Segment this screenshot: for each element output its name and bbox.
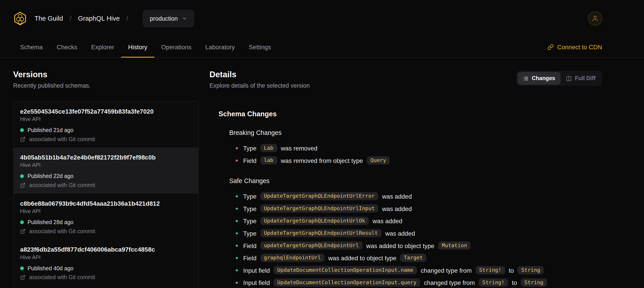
user-avatar-button[interactable] — [588, 12, 602, 26]
code-chip: UpdateTargetGraphQLEndpointUrlError — [260, 192, 378, 201]
version-published-row: Published 21d ago — [20, 127, 192, 133]
connect-to-cdn-link[interactable]: Connect to CDN — [548, 37, 602, 57]
target-selector-dropdown[interactable]: production — [143, 10, 194, 27]
change-text: Type — [243, 193, 256, 200]
code-chip: String — [521, 278, 547, 287]
change-section-title: Safe Changes — [229, 177, 602, 185]
bullet-dot-icon — [236, 220, 238, 222]
code-chip: String! — [479, 278, 508, 287]
breadcrumb-separator: / — [70, 15, 71, 22]
change-text: Field — [243, 157, 256, 164]
change-row: Input fieldUpdateDocumentCollectionOpera… — [229, 276, 602, 288]
change-row: TypeLabwas removed — [229, 142, 602, 154]
version-git-commit: associated with Git commit — [29, 228, 95, 234]
version-git-row[interactable]: associated with Git commit — [20, 182, 192, 188]
full-diff-view-button[interactable]: Full Diff — [560, 72, 601, 85]
target-selector-value: production — [150, 15, 178, 22]
version-hash: c8b6e88a06793b9c4dfd54aaa21b36a1b421d812 — [20, 200, 192, 207]
version-git-commit: associated with Git commit — [29, 136, 95, 142]
tab-laboratory[interactable]: Laboratory — [198, 37, 242, 57]
change-text: Input field — [243, 279, 270, 286]
chevron-down-icon — [182, 16, 186, 21]
change-row: Input fieldUpdateDocumentCollectionOpera… — [229, 264, 602, 276]
list-icon — [523, 75, 528, 81]
details-subtitle: Explore details of the selected version — [210, 82, 310, 89]
code-chip: lab — [260, 156, 277, 165]
version-git-commit: associated with Git commit — [29, 182, 95, 188]
external-link-icon — [20, 275, 26, 280]
change-text: changed type from — [420, 267, 472, 274]
version-published: Published 21d ago — [28, 127, 73, 133]
change-row: Fieldlabwas removed from object typeQuer… — [229, 154, 602, 167]
code-chip: UpdateDocumentCollectionOperationInput.q… — [274, 278, 420, 287]
details-title: Details — [210, 70, 310, 79]
tab-settings[interactable]: Settings — [242, 37, 278, 57]
version-list-item[interactable]: c8b6e88a06793b9c4dfd54aaa21b36a1b421d812… — [14, 194, 198, 240]
change-row: FieldgraphqlEndpointUrlwas added to obje… — [229, 252, 602, 264]
version-hash: a823f6db2a55df877dcf406006abca97fcc4858c — [20, 246, 192, 253]
version-list-item[interactable]: a823f6db2a55df877dcf406006abca97fcc4858c… — [14, 240, 198, 286]
tab-history[interactable]: History — [121, 37, 154, 57]
change-text: was added — [382, 205, 412, 212]
bullet-dot-icon — [236, 232, 238, 234]
change-section-title: Breaking Changes — [229, 129, 602, 136]
version-hash: 4b05ab51b1b4a7e2e4b0ef82172f2b9f7ef98c0b — [20, 154, 192, 161]
details-panel: Details Explore details of the selected … — [210, 58, 602, 288]
bullet-dot-icon — [236, 147, 238, 149]
version-published-row: Published 28d ago — [20, 219, 192, 225]
code-chip: Lab — [260, 144, 277, 152]
bullet-dot-icon — [236, 207, 238, 209]
changes-view-button[interactable]: Changes — [518, 72, 561, 85]
versions-title: Versions — [13, 70, 199, 79]
changes-view-label: Changes — [532, 75, 555, 81]
app-header: The Guild / GraphQL Hive / production — [0, 0, 644, 37]
change-text: Type — [243, 217, 256, 224]
view-toggle-group: Changes Full Diff — [516, 71, 602, 86]
code-chip: String — [518, 266, 544, 274]
code-chip: graphqlEndpointUrl — [260, 254, 324, 262]
main-nav: Schema Checks Explorer History Operation… — [0, 37, 644, 58]
hive-logo-icon[interactable] — [13, 12, 27, 26]
change-text: was added — [385, 230, 415, 237]
tab-checks[interactable]: Checks — [50, 37, 84, 57]
change-row: FieldupdateTargetGraphQLEndpointUrlwas a… — [229, 239, 602, 252]
version-list-item[interactable]: 4b05ab51b1b4a7e2e4b0ef82172f2b9f7ef98c0b… — [14, 148, 198, 194]
change-text: was removed — [281, 144, 317, 152]
link-icon — [548, 44, 554, 50]
code-chip: Query — [367, 156, 390, 165]
bullet-dot-icon — [236, 281, 238, 283]
tab-schema[interactable]: Schema — [13, 37, 50, 57]
versions-panel: Versions Recently published schemas. e2e… — [13, 58, 199, 288]
version-git-row[interactable]: associated with Git commit — [20, 274, 192, 280]
breadcrumb-project[interactable]: GraphQL Hive — [78, 15, 120, 22]
code-chip: UpdateDocumentCollectionOperationInput.n… — [274, 266, 417, 274]
full-diff-view-label: Full Diff — [575, 75, 596, 81]
tab-operations[interactable]: Operations — [154, 37, 198, 57]
code-chip: UpdateTargetGraphQLEndpointUrlResult — [260, 229, 382, 238]
version-published: Published 28d ago — [28, 219, 73, 225]
breadcrumb-org[interactable]: The Guild — [34, 15, 63, 22]
version-published: Published 40d ago — [28, 265, 73, 271]
bullet-dot-icon — [236, 244, 238, 246]
version-service: Hive API — [20, 162, 192, 168]
change-text: Field — [243, 242, 256, 249]
change-list-safe: TypeUpdateTargetGraphQLEndpointUrlErrorw… — [229, 190, 602, 288]
tab-explorer[interactable]: Explorer — [84, 37, 121, 57]
version-published-row: Published 22d ago — [20, 173, 192, 179]
change-text: Input field — [243, 267, 270, 274]
version-published: Published 22d ago — [28, 173, 73, 179]
change-row: TypeUpdateTargetGraphQLEndpointUrlOkwas … — [229, 214, 602, 227]
change-text: was removed from object type — [281, 157, 363, 164]
version-git-row[interactable]: associated with Git commit — [20, 228, 192, 234]
bullet-dot-icon — [236, 195, 238, 197]
code-chip: String! — [475, 266, 505, 274]
code-chip: Mutation — [438, 241, 471, 250]
change-row: TypeUpdateTargetGraphQLEndpointUrlResult… — [229, 227, 602, 239]
version-list-item[interactable]: e2e55045345ce13fe07f52a77459b83fa3fe7020… — [14, 102, 198, 148]
connect-to-cdn-label: Connect to CDN — [557, 44, 602, 51]
version-hash: e2e55045345ce13fe07f52a77459b83fa3fe7020 — [20, 108, 192, 115]
change-text: Type — [243, 230, 256, 237]
published-dot-icon — [20, 266, 24, 270]
version-git-row[interactable]: associated with Git commit — [20, 136, 192, 142]
version-service: Hive API — [20, 116, 192, 122]
